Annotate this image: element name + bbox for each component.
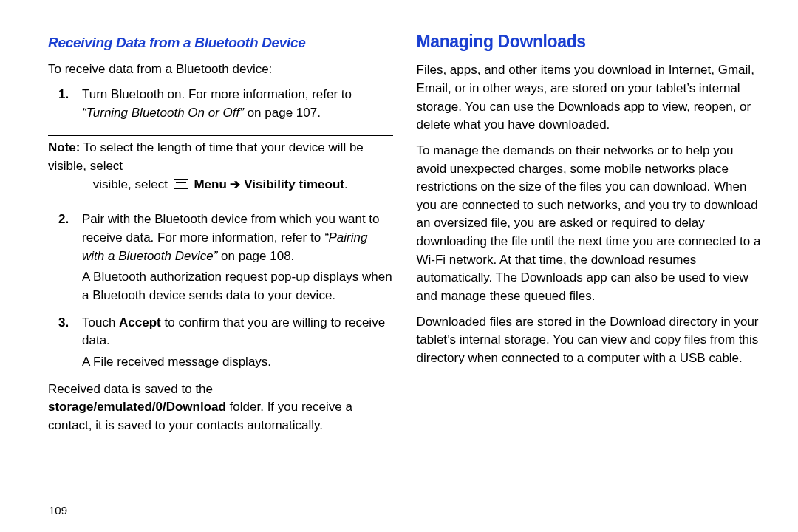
manual-page: Receiving Data from a Bluetooth Device T…	[0, 0, 798, 532]
step-number: 1.	[58, 86, 69, 104]
page-number: 109	[49, 502, 67, 519]
section-heading: Managing Downloads	[417, 30, 762, 54]
note-text: To select the length of time that your d…	[48, 140, 364, 173]
right-column: Managing Downloads Files, apps, and othe…	[402, 30, 777, 525]
note-block: Note: To select the length of time that …	[48, 135, 393, 197]
arrow-icon: ➔	[227, 177, 244, 191]
footer-paragraph: Received data is saved to the storage/em…	[48, 381, 393, 435]
subsection-heading: Receiving Data from a Bluetooth Device	[48, 33, 393, 53]
step-subtext: A File received message displays.	[82, 353, 393, 372]
step-number: 2.	[58, 211, 69, 229]
step-1: 1. Turn Bluetooth on. For more informati…	[82, 86, 393, 122]
paragraph: Downloaded files are stored in the Downl…	[417, 313, 762, 368]
paragraph: To manage the demands on their networks …	[417, 142, 762, 306]
footer-text: Received data is saved to the	[48, 382, 213, 396]
note-text2: visible, select	[93, 177, 171, 191]
accept-label: Accept	[119, 316, 161, 330]
visibility-timeout-label: Visibility timeout	[244, 177, 344, 191]
step-text-cont: on page 107.	[244, 106, 321, 120]
step-list-top: 1. Turn Bluetooth on. For more informati…	[48, 86, 393, 122]
note-end: .	[344, 177, 348, 191]
storage-path: storage/emulated/0/Download	[48, 400, 226, 414]
menu-label: Menu	[194, 177, 226, 191]
menu-icon	[174, 179, 188, 189]
step-text: Turn Bluetooth on. For more information,…	[82, 87, 352, 101]
left-column: Receiving Data from a Bluetooth Device T…	[22, 30, 402, 525]
step-number: 3.	[58, 314, 69, 332]
intro-text: To receive data from a Bluetooth device:	[48, 61, 393, 79]
step-list-bottom: 2. Pair with the Bluetooth device from w…	[48, 211, 393, 371]
cross-ref: “Turning Bluetooth On or Off”	[82, 106, 244, 120]
paragraph: Files, apps, and other items you downloa…	[417, 61, 762, 134]
step-text-cont: on page 108.	[217, 249, 294, 263]
step-2: 2. Pair with the Bluetooth device from w…	[82, 211, 393, 304]
step-3: 3. Touch Accept to confirm that you are …	[82, 314, 393, 372]
step-subtext: A Bluetooth authorization request pop-up…	[82, 268, 393, 304]
step-text: Touch	[82, 316, 119, 330]
note-label: Note:	[48, 140, 80, 154]
